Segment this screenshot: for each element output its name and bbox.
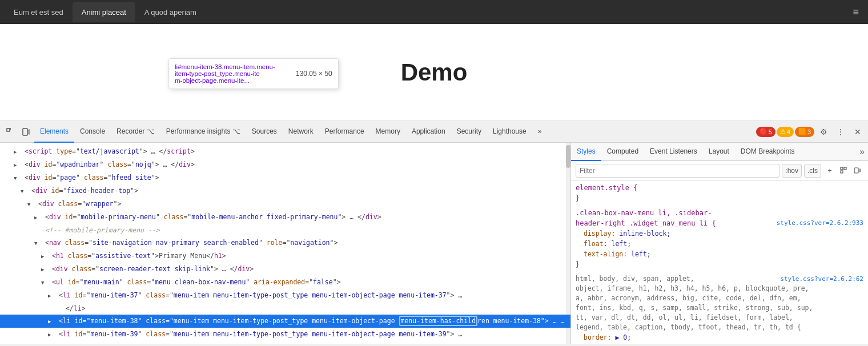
inspect-style-icon[interactable] [837,164,850,177]
tab-recorder-label: Recorder ⌥ [116,127,155,135]
styles-panel: Styles Computed Event Listeners Layout D… [571,143,868,344]
device-style-icon[interactable] [851,164,863,177]
svg-rect-6 [841,171,843,173]
styles-tab-dom-breakpoints[interactable]: DOM Breakpoints [735,143,801,161]
arrow-page[interactable] [14,172,21,184]
dom-line-mobile-primary: <div id="mobile-primary-menu" class="mob… [0,211,570,224]
error-count: 5 [769,128,772,135]
dom-line-script: <script type="text/javascript"> … </scri… [0,145,570,158]
arrow-wrapper[interactable] [27,198,34,210]
tab-performance-label: Performance [325,127,364,135]
arrow-h1[interactable] [41,250,48,262]
dom-line-h1: <h1 class="assistive-text">Primary Menu<… [0,250,570,263]
style-rule-float: float: left; [576,239,863,249]
tooltip-size: 130.05 × 50 [296,70,332,78]
tab-security-label: Security [457,127,481,135]
arrow-li39[interactable] [48,328,55,340]
styles-tab-event-listeners[interactable]: Event Listeners [644,143,703,161]
tab-performance[interactable]: Performance [319,121,370,143]
arrow-script[interactable] [14,146,21,158]
arrow-nav[interactable] [34,237,41,249]
dom-panel: <script type="text/javascript"> … </scri… [0,143,571,344]
style-close-clean-box: } [576,259,863,269]
devtools-tab-bar: Elements Console Recorder ⌥ Performance … [34,121,756,143]
more-options-icon[interactable]: ⋮ [833,124,849,140]
styles-tab-styles-label: Styles [577,147,596,155]
dom-content: <script type="text/javascript"> … </scri… [0,143,570,344]
arrow-fixed-header[interactable] [21,185,27,197]
style-rule-display: display: inline-block; [576,228,863,239]
tab-lighthouse[interactable]: Lighthouse [487,121,532,143]
arrow-screen-reader[interactable] [41,263,48,275]
dom-line-screen-reader: <div class="screen-reader-text skip-link… [0,263,570,276]
svg-rect-2 [23,128,27,135]
warning-count: 4 [787,128,790,135]
arrow-li38[interactable] [48,315,55,327]
style-selector-clean-box: .clean-box-nav-menu li, .sidebar-header-… [576,208,863,228]
devtools-panel: Elements Console Recorder ⌥ Performance … [0,121,868,344]
styles-tab-computed-label: Computed [607,147,638,155]
devtools-body: <script type="text/javascript"> … </scri… [0,143,868,344]
style-source-clean-box[interactable]: style.css?ver=2.6.2:933 [777,218,863,228]
tab-application[interactable]: Application [406,121,451,143]
svg-rect-0 [7,128,10,131]
svg-rect-5 [844,167,846,170]
styles-tab-layout-label: Layout [709,147,729,155]
warning-badge: ⚠ 4 [777,127,794,137]
issue-badge: 🟧 3 [795,127,814,137]
tab-memory[interactable]: Memory [370,121,406,143]
svg-rect-7 [854,168,858,173]
dom-line-li38[interactable]: <li id="menu-item-38" class="menu-item m… [0,315,570,328]
styles-filter-input[interactable] [576,164,779,178]
svg-rect-3 [29,130,30,134]
style-source-html-body[interactable]: style.css?ver=2.6.2:62 [780,274,863,284]
arrow-mobile-primary[interactable] [34,211,41,223]
dom-line-ul: <ul id="menu-main" class="menu clean-box… [0,276,570,289]
style-block-html-body: html, body, div, span, applet, style.css… [576,274,863,343]
style-block-clean-box: .clean-box-nav-menu li, .sidebar-header-… [576,208,863,269]
tab-more[interactable]: » [532,121,548,143]
cls-button[interactable]: .cls [804,164,821,178]
dom-line-li39-close: </li> [0,341,570,344]
dom-line-comment: <!-- #mobile-primary-menu --> [0,224,570,236]
arrow-li37[interactable] [48,289,55,301]
dom-line-li39: <li id="menu-item-39" class="menu-item m… [0,328,570,341]
tab-sources[interactable]: Sources [246,121,283,143]
settings-icon[interactable]: ⚙ [815,124,831,140]
devtools-toolbar: Elements Console Recorder ⌥ Performance … [0,121,868,143]
tab-performance-insights[interactable]: Performance insights ⌥ [160,121,246,143]
tab-1-label: Eum et est sed [14,8,63,17]
styles-body: element.style { } .clean-box-nav-menu li… [571,180,868,344]
styles-tab-layout[interactable]: Layout [703,143,735,161]
tab-network[interactable]: Network [283,121,319,143]
dom-line-fixed-header: <div id="fixed-header-top"> [0,184,570,198]
page-content: li#menu-item-38.menu-item.menu-item-type… [0,24,868,121]
tab-console[interactable]: Console [74,121,111,143]
arrow-ul[interactable] [41,276,48,288]
styles-filter-bar: :hov .cls + [571,161,868,180]
tab-1[interactable]: Eum et est sed [5,2,73,22]
tab-3[interactable]: A quod aperiam [135,2,206,22]
arrow-wpadminbar[interactable] [14,159,21,171]
hov-button[interactable]: :hov [782,164,802,178]
styles-tab-styles[interactable]: Styles [571,143,601,161]
browser-tab-bar: Eum et est sed Animi placeat A quod aper… [0,0,868,24]
tab-security[interactable]: Security [451,121,487,143]
tab-recorder[interactable]: Recorder ⌥ [111,121,160,143]
add-style-icon[interactable]: + [823,164,836,177]
error-icon: 🔴 [760,128,767,135]
styles-tab-computed[interactable]: Computed [601,143,644,161]
tab-elements[interactable]: Elements [34,121,74,143]
inspect-icon[interactable] [2,124,18,140]
styles-tab-more[interactable]: » [856,147,868,157]
device-toggle-icon[interactable] [18,124,34,140]
styles-tabs: Styles Computed Event Listeners Layout D… [571,143,868,161]
close-devtools-icon[interactable]: ✕ [850,124,866,140]
tab-2[interactable]: Animi placeat [73,2,135,22]
browser-menu-icon[interactable]: ≡ [853,6,863,18]
dom-line-page: <div id="page" class="hfeed site"> [0,171,570,184]
tab-network-label: Network [288,127,314,135]
devtools-tab-right: 🔴 5 ⚠ 4 🟧 3 ⚙ ⋮ ✕ [756,124,866,140]
issue-icon: 🟧 [798,128,806,135]
tab-sources-label: Sources [252,127,277,135]
